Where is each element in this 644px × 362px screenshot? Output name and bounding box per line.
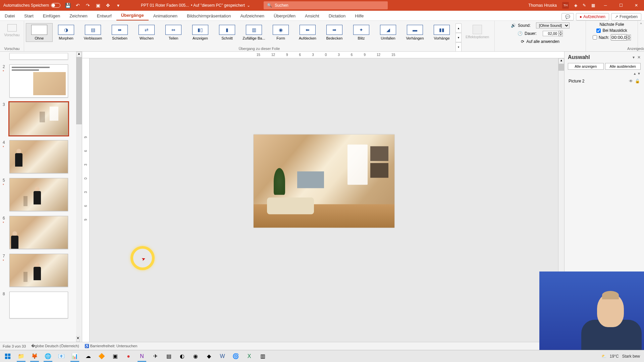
search-box[interactable]: 🔍 Suchen [264,1,388,9]
app-icon-2[interactable]: ▣ [109,351,121,362]
toggle-switch-icon[interactable] [51,3,60,8]
slide-thumb-top[interactable] [9,53,74,60]
share-button[interactable]: ↗ Freigeben [611,13,641,20]
document-title[interactable]: PPT 01 Roter Faden 005... • Auf "diesem … [141,3,250,8]
reorder-arrows[interactable]: ▲ ▼ [565,72,644,77]
tab-uebergaenge[interactable]: Übergänge [116,11,149,20]
transition-ohne[interactable]: Ohne [26,23,52,42]
tab-animationen[interactable]: Animationen [149,11,182,20]
redo-icon[interactable]: ↷ [85,3,91,8]
tab-zeichnen[interactable]: Zeichnen [65,11,92,20]
comments-button[interactable]: 💬 [561,13,574,20]
transition-teilen[interactable]: ⇔Teilen [160,23,186,42]
slide-picture[interactable] [254,134,394,228]
tab-start[interactable]: Start [19,11,38,20]
record-button[interactable]: ● Aufzeichnen [576,13,609,20]
tab-ansicht[interactable]: Ansicht [300,11,324,20]
accessibility-checker[interactable]: ♿ Barrierefreiheit: Untersuchen [85,344,138,348]
show-all-button[interactable]: Alle anzeigen [568,63,604,70]
explorer-icon[interactable]: 📁 [15,351,28,362]
sound-select[interactable]: [Ohne Sound] [536,22,570,28]
thumbnail-scrollbar[interactable]: ▲ ▼ [76,52,82,342]
maximize-button[interactable]: ☐ [616,3,626,8]
outlook-icon[interactable]: 📧 [55,351,68,362]
slide-thumb-6[interactable]: 6* [9,216,74,249]
touch-mode-icon[interactable]: ✥ [105,3,111,8]
scrollbar-thumb[interactable] [558,64,564,71]
apply-all-button[interactable]: ⟳ Auf alle anwenden [521,38,559,45]
scroll-down-icon[interactable]: ▼ [76,336,80,342]
user-name[interactable]: Thomas Hruska [528,3,557,8]
undo-icon[interactable]: ↶ [75,3,80,8]
app-icon-6[interactable]: ◉ [189,351,202,362]
duration-input[interactable]: ▲▼ [543,31,563,37]
teams-icon[interactable]: ◈ [574,3,577,8]
minimize-button[interactable]: ─ [600,3,610,8]
transition-bedecken[interactable]: ➡Bedecken [321,23,347,42]
after-time-input[interactable]: ▲▼ [611,34,631,41]
on-click-checkbox[interactable]: Bei Mausklick [596,28,627,33]
tab-dictation[interactable]: Dictation [324,11,351,20]
slide-thumb-4[interactable]: 4* [9,140,74,173]
telegram-icon[interactable]: ✈ [149,351,162,362]
start-button[interactable] [1,351,14,362]
transition-verhaengen[interactable]: ▬Verhängen [402,23,428,42]
window-icon[interactable]: ▦ [591,3,595,8]
slide-thumb-8[interactable]: 8 [9,292,74,318]
scroll-up-icon[interactable]: ▲ [76,52,82,57]
powerpoint-icon[interactable]: 📊 [68,351,81,362]
app-icon-7[interactable]: ◆ [203,351,215,362]
save-icon[interactable]: 💾 [65,3,70,8]
hide-all-button[interactable]: Alle ausblenden [605,63,641,70]
app-icon-4[interactable]: ▤ [162,351,175,362]
after-checkbox[interactable]: Nach: ▲▼ [593,34,631,41]
transition-form[interactable]: ◉Form [268,23,294,42]
tab-bildschirmpraesentation[interactable]: Bildschirmpräsentation [182,11,236,20]
pane-dropdown-icon[interactable]: ▾ [633,55,635,60]
tab-entwurf[interactable]: Entwurf [92,11,116,20]
transition-zufaellig[interactable]: ▥Zufällige Ba... [241,23,267,42]
tab-hilfe[interactable]: Hilfe [350,11,368,20]
transition-umfallen[interactable]: ◢Umfallen [375,23,401,42]
preview-button[interactable]: Vorschau [2,24,22,37]
system-tray[interactable]: ⛅ 19°C Stark bew [601,354,643,359]
vlc-icon[interactable]: 🔶 [95,351,108,362]
qat-more-icon[interactable]: ▾ [115,3,121,8]
autosave-toggle[interactable]: Automatisches Speichern [3,3,60,8]
lock-icon[interactable]: 🔓 [635,79,640,83]
scroll-up-icon[interactable]: ▲ [558,58,564,64]
slide-canvas[interactable] [183,102,465,260]
eye-icon[interactable]: 👁 [629,79,633,83]
slide-thumb-7[interactable]: 7* [9,254,74,287]
tab-einfuegen[interactable]: Einfügen [38,11,65,20]
slide-counter[interactable]: Folie 3 von 33 [3,344,26,348]
transition-blitz[interactable]: ✦Blitz [348,23,374,42]
tab-ueberpruefen[interactable]: Überprüfen [269,11,300,20]
slide-thumb-5[interactable]: 5* [9,178,74,211]
pane-close-icon[interactable]: ✕ [637,55,641,60]
user-avatar[interactable]: TH [562,2,569,9]
transition-schieben[interactable]: ⬌Schieben [107,23,133,42]
app-icon[interactable]: ☁ [82,351,95,362]
slide-canvas-area[interactable]: ➤ [90,58,558,342]
app-icon-3[interactable]: ● [122,351,135,362]
from-beginning-icon[interactable]: ▣ [95,3,101,8]
transition-vorhaenge[interactable]: ▮▮Vorhänge [429,23,455,42]
weather-icon[interactable]: ⛅ [601,354,606,359]
scrollbar-thumb[interactable] [76,57,82,124]
chevron-down-icon[interactable]: ⌄ [247,3,250,8]
firefox-icon[interactable]: 🦊 [28,351,41,362]
app-icon-8[interactable]: ▥ [256,351,269,362]
slide-thumb-3[interactable]: 3 [9,102,74,135]
chrome-icon[interactable]: 🌐 [42,351,54,362]
transition-verblassen[interactable]: ▤Verblassen [80,23,106,42]
pen-icon[interactable]: ✎ [583,3,586,8]
tab-datei[interactable]: Datei [0,11,19,20]
slide-thumb-2[interactable]: 2* [9,64,74,98]
close-button[interactable]: ✕ [631,3,641,8]
onenote-icon[interactable]: N [136,351,148,362]
transition-anzeigen[interactable]: ▮▯Anzeigen [187,23,213,42]
transition-schnitt[interactable]: ▮Schnitt [214,23,240,42]
edge-icon[interactable]: 🌀 [229,351,242,362]
language-indicator[interactable]: �globe Deutsch (Österreich) [31,344,79,348]
